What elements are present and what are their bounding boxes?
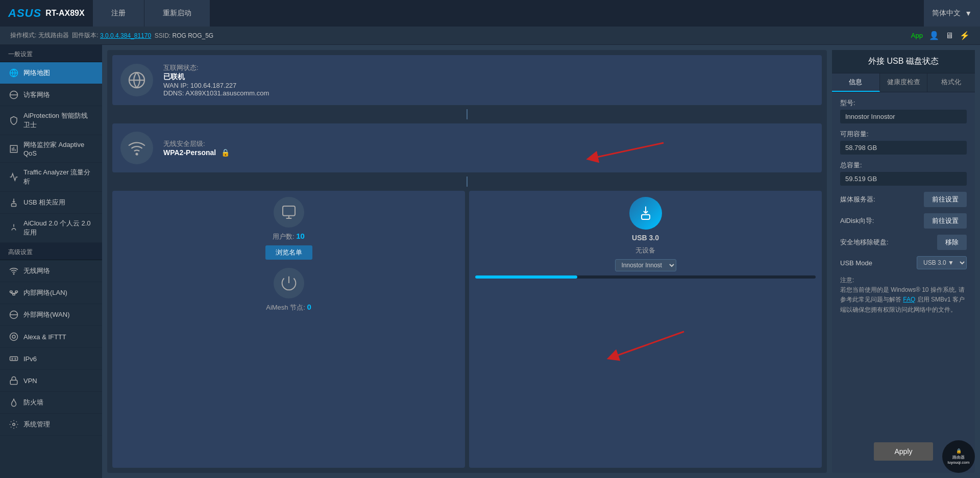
total-value: 59.519 GB [840,172,967,186]
language-arrow-icon: ▼ [965,9,972,17]
usb-card: USB 3.0 无设备 Innostor Innost ▼ [469,191,822,468]
firmware-label: 固件版本: [72,31,98,40]
content-area: 互联网状态: 已联机 WAN IP: 100.64.187.227 DDNS: … [102,45,980,478]
advanced-section-title: 高级设置 [0,243,102,260]
usb-device-dropdown[interactable]: Innostor Innost ▼ [615,259,676,271]
monitor-icon[interactable]: 🖥 [945,31,953,40]
adaptive-qos-icon [8,143,19,155]
sidebar-item-wan[interactable]: 外部网络(WAN) [0,304,102,326]
sidebar-label-aicloud: AiCloud 2.0 个人云 2.0 应用 [23,219,94,237]
traffic-analyzer-icon [8,171,19,183]
firewall-icon [8,397,19,408]
usb-mode-select[interactable]: USB 3.0 ▼ [917,256,967,269]
internet-status-label: 互联网状态: [163,63,814,72]
main-layout: 一般设置 网络地图 访客网络 AiProtection 智能防线卫士 网络监控家… [0,45,980,478]
connector-line-bottom [467,177,468,187]
wireless-info: 无线安全层级: WPA2-Personal 🔒 [163,139,814,157]
vpn-icon [8,375,19,386]
register-button[interactable]: 注册 [93,0,144,27]
available-label: 可用容量: [840,130,967,139]
sidebar-label-vpn: VPN [23,377,37,385]
lock-icon: 🔒 [221,148,230,157]
tab-health[interactable]: 健康度检查 [880,73,928,92]
aicloud-icon [8,222,19,234]
usb-icon[interactable]: ⚡ [960,31,970,40]
users-card: 用户数: 10 浏览名单 AiMesh 节点: 0 [112,191,465,468]
available-section: 可用容量: 58.798 GB [840,130,967,155]
sidebar-item-network-map[interactable]: 网络地图 [0,62,102,84]
usb-label: USB 3.0 [632,234,659,242]
users-count: 10 [296,232,305,240]
browse-users-button[interactable]: 浏览名单 [265,245,312,260]
admin-icon [8,419,19,430]
usb-content: 型号: Innostor Innostor 可用容量: 58.798 GB 总容… [832,92,975,473]
sidebar-item-wireless[interactable]: 无线网络 [0,260,102,282]
sidebar-label-admin: 系统管理 [23,420,50,429]
general-section-title: 一般设置 [0,45,102,62]
sidebar-item-firewall[interactable]: 防火墙 [0,392,102,414]
media-server-button[interactable]: 前往设置 [924,192,967,207]
app-icons: App 👤 🖥 ⚡ [911,31,970,40]
asus-logo: ASUS [8,7,41,20]
sidebar-label-usb-apps: USB 相关应用 [23,198,65,207]
sidebar-label-alexa: Alexa & IFTTT [23,333,66,341]
firmware-version-link[interactable]: 3.0.0.4.384_81170 [100,32,151,39]
usb-mode-label: USB Mode [840,259,913,267]
sidebar-item-ipv6[interactable]: IPv6 [0,348,102,370]
language-label: 简体中文 [932,9,961,18]
sidebar-item-guest-network[interactable]: 访客网络 [0,84,102,106]
users-icon-circle [274,197,304,228]
sidebar-item-lan[interactable]: 内部网络(LAN) [0,282,102,304]
language-selector[interactable]: 简体中文 ▼ [923,0,980,27]
logo-area: ASUS RT-AX89X [0,0,93,27]
sidebar-item-usb-apps[interactable]: USB 相关应用 [0,192,102,214]
mode-label: 操作模式: 无线路由器 [10,31,69,40]
svg-rect-2 [12,204,16,206]
connector-line-top [467,109,468,119]
tab-format[interactable]: 格式化 [927,73,975,92]
user-icon[interactable]: 👤 [929,31,939,40]
watermark-text: 路由器luyouqi.com [948,455,970,465]
sidebar-label-wireless: 无线网络 [23,266,50,275]
alexa-icon [8,331,19,342]
faq-link[interactable]: FAQ [903,296,915,303]
aiprotection-icon [8,115,19,126]
sidebar: 一般设置 网络地图 访客网络 AiProtection 智能防线卫士 网络监控家… [0,45,102,478]
network-map-icon [8,67,19,79]
sidebar-item-aicloud[interactable]: AiCloud 2.0 个人云 2.0 应用 [0,214,102,243]
svg-rect-11 [10,357,18,361]
media-server-row: 媒体服务器: 前往设置 [840,192,967,207]
eject-button[interactable]: 移除 [937,235,967,250]
usb-apps-icon [8,197,19,208]
connector-bottom [112,177,822,187]
internet-card: 互联网状态: 已联机 WAN IP: 100.64.187.227 DDNS: … [112,55,822,105]
watermark: 🔒 路由器luyouqi.com [942,440,975,473]
sidebar-item-aiprotection[interactable]: AiProtection 智能防线卫士 [0,106,102,135]
svg-rect-16 [283,206,295,216]
restart-button[interactable]: 重新启动 [144,0,210,27]
sidebar-item-vpn[interactable]: VPN [0,370,102,392]
model-name: RT-AX89X [45,9,84,18]
sidebar-item-admin[interactable]: 系统管理 [0,414,102,436]
svg-rect-6 [15,291,18,292]
sidebar-label-ipv6: IPv6 [23,355,37,363]
wireless-security-label: 无线安全层级: [163,139,814,148]
eject-row: 安全地移除硬盘: 移除 [840,235,967,250]
aidisk-button[interactable]: 前往设置 [924,213,967,229]
connector-top [112,109,822,119]
apply-button[interactable]: Apply [874,442,933,461]
tab-info[interactable]: 信息 [832,73,880,92]
wan-ip: WAN IP: 100.64.187.227 [163,82,814,89]
app-label: App [911,32,923,39]
bottom-cards: 用户数: 10 浏览名单 AiMesh 节点: 0 [112,191,822,468]
sidebar-item-adaptive-qos[interactable]: 网络监控家 Adaptive QoS [0,135,102,163]
sidebar-item-alexa[interactable]: Alexa & IFTTT [0,326,102,348]
svg-point-9 [12,335,15,338]
usb-panel: 外接 USB 磁盘状态 信息 健康度检查 格式化 型号: Innostor In… [832,50,975,473]
eject-label: 安全地移除硬盘: [840,238,931,247]
usb-note: 注意: 若您当前使用的是 Windows® 10 操作系统, 请参考此常见问题与… [840,275,967,315]
usb-device-icon [629,197,662,230]
sidebar-item-traffic-analyzer[interactable]: Traffic Analyzer 流量分析 [0,163,102,192]
ssid-label: SSID: [155,32,170,39]
ddns: DDNS: AX89X1031.asuscomm.com [163,89,814,97]
